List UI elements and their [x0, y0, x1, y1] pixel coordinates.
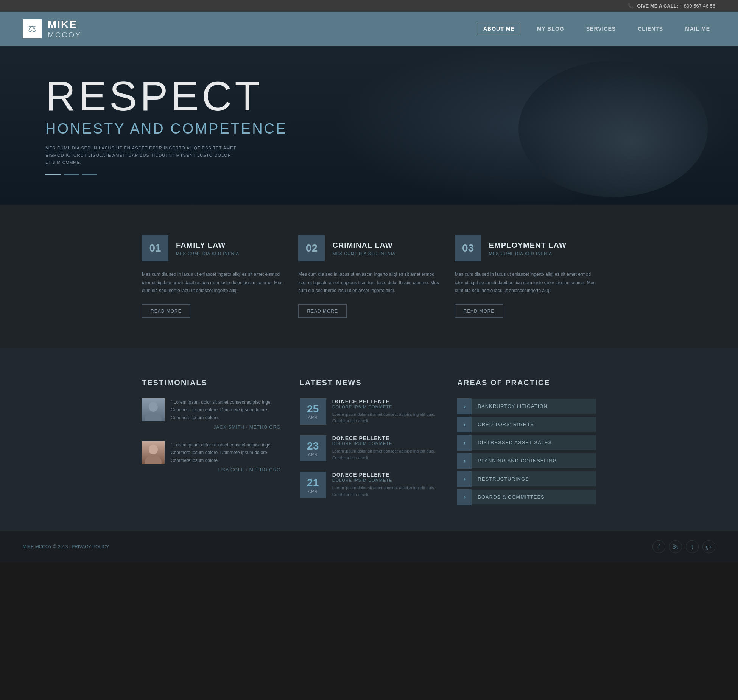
- services-grid: 01 FAMILY LAW MES CUML DIA SED INENIA Me…: [142, 235, 596, 318]
- services-section: 01 FAMILY LAW MES CUML DIA SED INENIA Me…: [0, 205, 738, 348]
- phone-icon: 📞: [627, 3, 634, 9]
- practice-arrow-4: ›: [457, 453, 472, 469]
- top-bar: 📞 GIVE ME A CALL: + 800 567 46 56: [0, 0, 738, 12]
- hero-section: RESPECT HONESTY AND COMPETENCE MES CUML …: [0, 46, 738, 205]
- news-text-3: Lorem ipsum dolor sit amet consect adipi…: [332, 485, 439, 498]
- news-item-3[interactable]: 21 APR DONECE PELLENTE DOLORE IPSIM COMM…: [300, 472, 439, 498]
- nav-about[interactable]: ABOUT ME: [478, 23, 520, 34]
- practice-item-4[interactable]: › PLANNING AND COUNSELING: [457, 453, 596, 469]
- practice-item-2[interactable]: › CREDITORS' RIGHTS: [457, 417, 596, 432]
- news-content-1: DONECE PELLENTE DOLORE IPSIM COMMETE Lor…: [332, 398, 439, 425]
- service-number-1: 01: [142, 235, 168, 261]
- news-item-1[interactable]: 25 APR DONECE PELLENTE DOLORE IPSIM COMM…: [300, 398, 439, 425]
- practice-label-2: CREDITORS' RIGHTS: [472, 417, 596, 432]
- practice-arrow-5: ›: [457, 471, 472, 487]
- news-subtitle-3: DOLORE IPSIM COMMETE: [332, 478, 439, 482]
- practice-item-1[interactable]: › BANKRUPTCY LITIGATION: [457, 398, 596, 414]
- service-name-1: FAMILY LAW: [176, 241, 239, 250]
- avatar-face-1: [142, 398, 165, 421]
- bottom-section: TESTIMONIALS " Lorem ipsum dolor sit ame…: [0, 348, 738, 532]
- news-text-1: Lorem ipsum dolor sit amet consect adipi…: [332, 411, 439, 425]
- hero-gavel-bg: [518, 61, 708, 197]
- practice-label-4: PLANNING AND COUNSELING: [472, 453, 596, 468]
- news-day-1: 25: [307, 403, 319, 415]
- service-subtitle-3: MES CUML DIA SED INENIA: [489, 251, 567, 256]
- news-title-2: DONECE PELLENTE: [332, 435, 439, 441]
- testimonial-content-2: " Lorem ipsum dolor sit amet consect adi…: [171, 441, 281, 473]
- read-more-btn-1[interactable]: READ MORE: [142, 304, 190, 318]
- service-subtitle-1: MES CUML DIA SED INENIA: [176, 251, 239, 256]
- service-text-3: Mes cum dia sed in lacus ut eniascet ing…: [455, 271, 596, 295]
- footer-brand: MIKE MCCOY: [23, 544, 52, 549]
- news-column: LATEST NEWS 25 APR DONECE PELLENTE DOLOR…: [300, 378, 439, 509]
- nav-blog[interactable]: MY BLOG: [532, 23, 570, 34]
- practice-arrow-6: ›: [457, 489, 472, 505]
- brand-surname: MCCOY: [48, 31, 81, 39]
- footer-policy[interactable]: PRIVACY POLICY: [72, 544, 109, 549]
- hero-content: RESPECT HONESTY AND COMPETENCE MES CUML …: [45, 75, 287, 175]
- nav-services[interactable]: SERVICES: [581, 23, 621, 34]
- brand-name: MIKE: [48, 19, 81, 31]
- service-header-2: 02 CRIMINAL LAW MES CUML DIA SED INENIA: [298, 235, 439, 261]
- hero-text: MES CUML DIA SED IN LACUS UT ENIASCET ET…: [45, 145, 242, 166]
- news-month-1: APR: [308, 415, 318, 420]
- testimonial-author-1: JACK SMITH / METHO ORG: [171, 425, 281, 430]
- news-item-2[interactable]: 23 APR DONECE PELLENTE DOLORE IPSIM COMM…: [300, 435, 439, 461]
- service-header-1: 01 FAMILY LAW MES CUML DIA SED INENIA: [142, 235, 283, 261]
- service-title-area-1: FAMILY LAW MES CUML DIA SED INENIA: [176, 241, 239, 256]
- testimonial-item-2: " Lorem ipsum dolor sit amet consect adi…: [142, 441, 281, 473]
- practice-item-5[interactable]: › RESTRUCTURINGS: [457, 471, 596, 487]
- hero-dot-1[interactable]: [45, 174, 61, 175]
- practice-arrow-1: ›: [457, 398, 472, 414]
- news-date-3: 21 APR: [300, 472, 326, 498]
- social-icons: f t g+: [652, 540, 715, 553]
- nav-mail[interactable]: MAIL ME: [680, 23, 715, 34]
- news-day-3: 21: [307, 477, 319, 489]
- social-facebook[interactable]: f: [652, 540, 665, 553]
- hero-dot-3[interactable]: [82, 174, 97, 175]
- news-day-2: 23: [307, 440, 319, 452]
- service-header-3: 03 EMPLOYMENT LAW MES CUML DIA SED INENI…: [455, 235, 596, 261]
- testimonials-title: TESTIMONIALS: [142, 378, 281, 387]
- read-more-btn-3[interactable]: READ MORE: [455, 304, 503, 318]
- service-card-3: 03 EMPLOYMENT LAW MES CUML DIA SED INENI…: [455, 235, 596, 318]
- hero-dot-2[interactable]: [64, 174, 79, 175]
- logo-area: ⚖ MIKE MCCOY: [23, 19, 81, 39]
- news-title: LATEST NEWS: [300, 378, 439, 387]
- social-googleplus[interactable]: g+: [702, 540, 715, 553]
- nav-clients[interactable]: CLIENTS: [632, 23, 668, 34]
- cta-label: GIVE ME A CALL:: [637, 3, 678, 9]
- svg-point-3: [145, 455, 162, 464]
- social-twitter[interactable]: t: [686, 540, 699, 553]
- news-content-3: DONECE PELLENTE DOLORE IPSIM COMMETE Lor…: [332, 472, 439, 498]
- logo-text: MIKE MCCOY: [48, 19, 81, 39]
- practice-item-3[interactable]: › DISTRESSED ASSET SALES: [457, 435, 596, 451]
- practice-label-5: RESTRUCTURINGS: [472, 471, 596, 486]
- service-number-3: 03: [455, 235, 481, 261]
- news-date-2: 23 APR: [300, 435, 326, 461]
- main-nav: ABOUT ME MY BLOG SERVICES CLIENTS MAIL M…: [478, 23, 715, 34]
- svg-point-4: [673, 548, 675, 549]
- avatar-face-2: [142, 441, 165, 464]
- bottom-grid: TESTIMONIALS " Lorem ipsum dolor sit ame…: [142, 378, 596, 509]
- read-more-btn-2[interactable]: READ MORE: [298, 304, 347, 318]
- testimonials-column: TESTIMONIALS " Lorem ipsum dolor sit ame…: [142, 378, 281, 509]
- news-subtitle-2: DOLORE IPSIM COMMETE: [332, 441, 439, 446]
- news-month-2: APR: [308, 452, 318, 457]
- practice-column: AREAS OF PRACTICE › BANKRUPTCY LITIGATIO…: [457, 378, 596, 509]
- avatar-2: [142, 441, 165, 464]
- testimonial-author-2: LISA COLE / METHO ORG: [171, 467, 281, 473]
- news-subtitle-1: DOLORE IPSIM COMMETE: [332, 404, 439, 409]
- hero-title: RESPECT: [45, 75, 287, 117]
- service-title-area-2: CRIMINAL LAW MES CUML DIA SED INENIA: [332, 241, 395, 256]
- practice-item-6[interactable]: › BOARDS & COMMITTEES: [457, 489, 596, 505]
- footer: MIKE MCCOY © 2013 | PRIVACY POLICY f t g…: [0, 531, 738, 562]
- practice-label-3: DISTRESSED ASSET SALES: [472, 435, 596, 450]
- social-rss[interactable]: [669, 540, 682, 553]
- service-subtitle-2: MES CUML DIA SED INENIA: [332, 251, 395, 256]
- service-card-1: 01 FAMILY LAW MES CUML DIA SED INENIA Me…: [142, 235, 283, 318]
- news-date-1: 25 APR: [300, 398, 326, 425]
- svg-point-1: [145, 412, 162, 421]
- practice-label-1: BANKRUPTCY LITIGATION: [472, 399, 596, 414]
- testimonial-content-1: " Lorem ipsum dolor sit amet consect adi…: [171, 398, 281, 430]
